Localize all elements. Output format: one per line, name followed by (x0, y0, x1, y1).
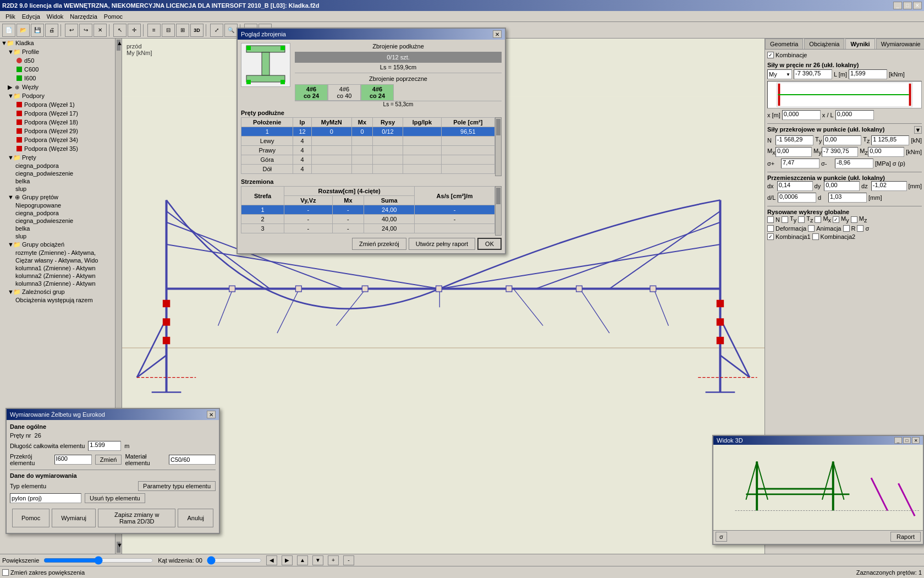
w3d-close[interactable]: ✕ (912, 437, 920, 444)
My-input[interactable]: -7 390,75 (794, 69, 832, 79)
My-input2[interactable]: -7 390,75 (822, 147, 858, 157)
tree-slup2[interactable]: slup (0, 232, 115, 240)
wym-close[interactable]: ✕ (207, 411, 216, 418)
nav-zoom-out[interactable]: - (343, 555, 354, 565)
tree-podpora18[interactable]: Podpora (Węzeł 18) (0, 118, 115, 127)
chk-Ty[interactable] (782, 216, 788, 223)
tree-kolumna1[interactable]: kolumna1 (Zmienne) - Aktywn (0, 264, 115, 272)
tree-obciazenia-razem[interactable]: Obciążenia występują razem (0, 296, 115, 304)
restore-btn[interactable]: □ (903, 2, 912, 9)
zoom-slider[interactable] (43, 556, 153, 565)
x-input[interactable]: 0,000 (782, 110, 821, 120)
minimize-btn[interactable]: _ (893, 2, 902, 9)
tree-kolumna2[interactable]: kolumna2 (Zmienne) - Aktywn (0, 272, 115, 280)
chk-Mx[interactable] (815, 216, 821, 223)
expand-wezly[interactable]: ▶ (8, 84, 13, 91)
tree-kolumna3[interactable]: kolumna3 (Zmienne) - Aktywn (0, 280, 115, 287)
strz-scrollbar[interactable] (495, 186, 502, 236)
Mx-input[interactable]: 0,00 (776, 147, 812, 157)
tb-3d[interactable]: 3D (190, 24, 204, 37)
menu-pomoc[interactable]: Pomoc (101, 12, 126, 21)
tab-obciazenia[interactable]: Obciążenia (804, 39, 844, 49)
wym-wymiaruj-btn[interactable]: Wymiaruj (52, 509, 96, 527)
row-gora[interactable]: Góra 4 (241, 155, 495, 165)
wym-anuluj-btn[interactable]: Anuluj (178, 509, 213, 527)
tree-kladka[interactable]: ▼ 📁 Kladka (0, 39, 115, 47)
tree-belka[interactable]: belka (0, 177, 115, 185)
chk-deformacja[interactable] (767, 225, 774, 232)
w3d-title-bar[interactable]: Widok 3D _ □ ✕ (713, 436, 923, 445)
tb-zoom-in[interactable]: 🔍 (224, 24, 238, 37)
tree-d50[interactable]: d50 (0, 56, 115, 65)
prety-scrollbar[interactable] (495, 117, 502, 176)
expand-kladka[interactable]: ▼ (1, 40, 7, 46)
tree-ciegna-podpora[interactable]: ciegna_podpora (0, 162, 115, 170)
row-prawy[interactable]: Prawy 4 (241, 146, 495, 155)
chk-kombinacja1[interactable] (767, 233, 774, 240)
dx-input[interactable]: 0,14 (777, 181, 813, 191)
w3d-raport-btn[interactable]: Raport (890, 532, 921, 542)
tree-ciegna-podwieszenie[interactable]: ciegna_podwieszenie (0, 170, 115, 177)
tb-delete[interactable]: ✕ (94, 24, 107, 37)
tree-ciegna-podpora2[interactable]: ciegna_podpora (0, 209, 115, 217)
tab-geometria[interactable]: Geometria (765, 39, 803, 49)
tree-podpora1[interactable]: Podpora (Węzeł 1) (0, 100, 115, 109)
tree-podpory[interactable]: ▼ 📁 Podpory (0, 91, 115, 100)
w3d-sigma-btn[interactable]: σ (716, 532, 727, 542)
tb-open[interactable]: 📂 (16, 24, 30, 37)
tb-bars3[interactable]: ⊞ (176, 24, 189, 37)
wym-typ-select[interactable]: pylon (proj) (10, 493, 81, 503)
chk-sigma[interactable] (857, 225, 864, 232)
strz-row-3[interactable]: 3 - - 24,00 (241, 224, 495, 233)
menu-edycja[interactable]: Edycja (19, 12, 43, 21)
wym-przekroj-input[interactable]: I600 (54, 455, 92, 465)
change-zoom-checkbox[interactable] (2, 569, 9, 576)
tree-grupy-pretow[interactable]: ▼ ⊕ Grupy prętów (0, 193, 115, 201)
kombinacje-checkbox[interactable] (767, 52, 774, 58)
tree-podpora34[interactable]: Podpora (Węzeł 34) (0, 135, 115, 144)
sidebar-scroll-down[interactable]: ▼ (117, 542, 120, 553)
btn-zmien-przekroj[interactable]: Zmień przekrój (352, 238, 406, 250)
tab-wymiarowanie[interactable]: Wymiarowanie (876, 39, 924, 49)
tree-zaleznosci[interactable]: ▼ 📁 Zależności grup (0, 287, 115, 296)
nav-right-arr[interactable]: ▶ (282, 555, 293, 565)
nav-down-arr[interactable]: ▼ (312, 555, 323, 565)
chk-Mz[interactable] (851, 216, 857, 223)
row-lewy[interactable]: Lewy 4 (241, 137, 495, 146)
tb-undo[interactable]: ↩ (65, 24, 78, 37)
expand-prety[interactable]: ▼ (8, 154, 13, 161)
tree-i600[interactable]: I600 (0, 74, 115, 83)
expand-grupy-pretow[interactable]: ▼ (8, 194, 13, 200)
chk-My[interactable] (833, 216, 839, 223)
menu-widok[interactable]: Widok (43, 12, 67, 21)
dy-input[interactable]: 0,00 (824, 181, 860, 191)
tab-wyniki[interactable]: Wyniki (845, 39, 875, 49)
tree-grupy-obciazen[interactable]: ▼ 📁 Grupy obciążeń (0, 240, 115, 249)
tree-belka2[interactable]: belka (0, 225, 115, 232)
tb-new[interactable]: 📄 (2, 24, 15, 37)
zbrojenie-title-bar[interactable]: Pogląd zbrojenia ✕ (238, 29, 505, 40)
row-dol[interactable]: Dół 4 (241, 165, 495, 174)
xL-input[interactable]: 0,000 (835, 110, 874, 120)
wym-title-bar[interactable]: Wymiarowanie Żelbetu wg Eurokod ✕ (7, 409, 219, 420)
Ty-input[interactable]: 0,00 (823, 135, 861, 145)
btn-pelny-raport[interactable]: Utwórz pełny raport (409, 238, 475, 250)
chk-kombinacja2[interactable] (812, 233, 819, 240)
N-input[interactable]: -1 568,29 (776, 135, 813, 145)
w3d-restore[interactable]: □ (903, 437, 911, 444)
tb-bars2[interactable]: ⊟ (162, 24, 175, 37)
tree-ciezar[interactable]: Ciężar własny - Aktywna, Wido (0, 257, 115, 264)
chk-N[interactable] (767, 216, 774, 223)
tree-niepogrupowane[interactable]: Niepogrupowane (0, 201, 115, 209)
expand-grupy-obciazen[interactable]: ▼ (8, 241, 13, 248)
menu-narzedzia[interactable]: Narzędzia (67, 12, 101, 21)
tree-podpora17[interactable]: Podpora (Węzeł 17) (0, 109, 115, 118)
wym-dlugosc-input[interactable]: 1.599 (88, 441, 121, 451)
dL-input[interactable]: 0,0006 (778, 193, 816, 203)
tree-rozmyte[interactable]: rozmyte (Zmienne) - Aktywna, (0, 249, 115, 257)
nav-up-arr[interactable]: ▲ (297, 555, 308, 565)
wym-usun-btn[interactable]: Usuń typ elementu (85, 493, 145, 503)
tree-slup[interactable]: slup (0, 185, 115, 193)
wym-material-select[interactable]: C50/60 (169, 455, 216, 465)
tb-zoom-fit[interactable]: ⤢ (210, 24, 223, 37)
